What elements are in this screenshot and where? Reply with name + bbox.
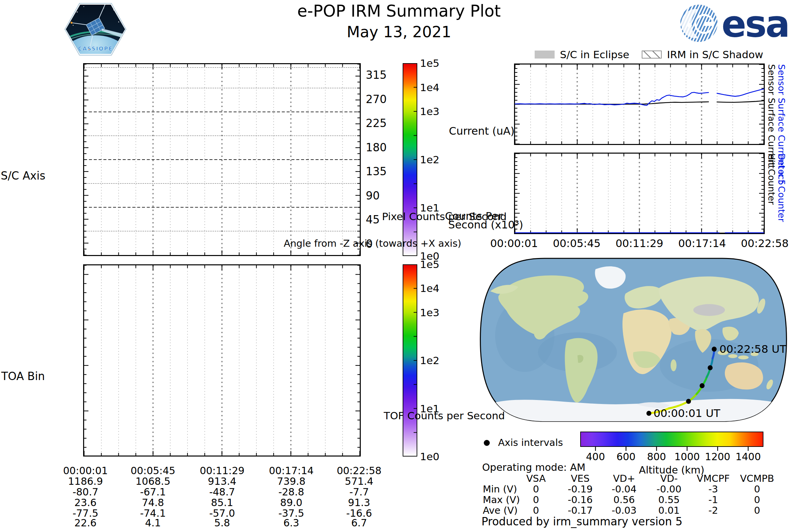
voltage-col-header: VMCPF (697, 474, 729, 483)
voltage-cell: 0 (533, 506, 539, 515)
altitude-tick-label: 600 (616, 452, 635, 462)
voltage-cell: -0.17 (568, 506, 592, 515)
right-xtick-label: 00:05:45 (553, 238, 601, 249)
voltage-cell: -0.04 (611, 484, 636, 494)
voltage-col-header: VD+ (613, 474, 635, 483)
right-xtick-label: 00:17:14 (678, 238, 726, 249)
voltage-col-header: VES (571, 474, 590, 483)
angle-tick-label: 0 (366, 238, 373, 250)
tof-cbar-tick-label: 1e5 (420, 259, 440, 270)
voltage-cell: 0 (754, 495, 760, 505)
shadow-legend-swatch (642, 51, 662, 58)
ephemeris-cell: -28.8 (278, 487, 304, 497)
voltage-cell: -2 (708, 506, 718, 515)
voltage-row-label: Ave (V) (483, 506, 518, 515)
voltage-row-label: Max (V) (483, 495, 520, 505)
shadow-legend-label: IRM in S/C Shadow (667, 49, 763, 60)
altitude-tick-label: 1000 (674, 452, 700, 462)
ephemeris-cell: 6.3 (283, 518, 299, 528)
right-xtick-label: 00:22:58 (741, 238, 789, 249)
world-map: 00:00:01 UT00:22:58 UT (477, 257, 790, 423)
esa-logo: esa (678, 3, 797, 44)
altitude-tick-label: 1200 (705, 452, 730, 462)
axis-intervals-label: Axis intervals (498, 438, 563, 448)
angle-tick-label: 225 (366, 118, 387, 129)
ephemeris-cell: 00:00:01 (63, 466, 108, 476)
sensor-surface-current-label: Sensor Surface Current (767, 64, 776, 169)
toa-plot (83, 264, 361, 457)
pixel-cbar-tick-label: 1e4 (420, 82, 440, 93)
voltage-cell: 0 (754, 506, 760, 515)
counts-ylabel-line2: Second (x10³) (448, 220, 523, 231)
altitude-colorbar (580, 432, 763, 447)
voltage-cell: 0 (533, 495, 539, 505)
altitude-tick-label: 800 (647, 452, 666, 462)
cassiope-logo: CASSIOPE (64, 2, 127, 57)
ephemeris-cell: 00:05:45 (131, 466, 175, 476)
ephemeris-cell: 1186.9 (68, 476, 103, 487)
voltage-col-header: VCMPB (740, 474, 774, 483)
voltage-col-header: VD- (660, 474, 678, 483)
ephemeris-cell: 00:17:14 (269, 466, 314, 476)
voltage-cell: -3 (708, 484, 718, 494)
tof-cbar-tick-label: 1e2 (420, 355, 440, 366)
ephemeris-cell: 571.4 (345, 476, 374, 487)
voltage-cell: -0.19 (568, 484, 592, 494)
ephemeris-cell: -80.7 (73, 487, 98, 497)
angle-tick-label: 45 (366, 214, 380, 226)
axis-interval-dot (711, 347, 717, 352)
voltage-cell: 0 (754, 484, 760, 494)
ephemeris-cell: 00:11:29 (200, 466, 245, 476)
voltage-cell: -1 (708, 495, 718, 505)
esa-wordmark: esa (722, 3, 789, 45)
ephemeris-cell: 1068.5 (136, 476, 171, 487)
axis-interval-dot (646, 411, 651, 416)
tof-cbar-tick-label: 1e0 (420, 451, 440, 462)
axis-interval-dot (686, 399, 691, 404)
page-title: e-POP IRM Summary Plot (297, 3, 501, 20)
ephemeris-cell: 91.3 (348, 497, 370, 508)
track-end-label: 00:22:58 UT (720, 343, 787, 356)
current-ylabel: Current (uA) (449, 126, 515, 137)
current-plot (514, 63, 765, 145)
voltage-cell: -0.03 (611, 506, 636, 515)
pixel-cbar-tick-label: 1e1 (420, 203, 440, 213)
ephemeris-cell: -48.7 (209, 487, 235, 497)
operating-mode: Operating mode: AM (482, 462, 586, 473)
angle-tick-label: 315 (366, 70, 387, 81)
hit-counter-label: Hit Counter (767, 153, 776, 205)
toa-ylabel: TOA Bin (1, 371, 45, 382)
voltage-cell: 0.56 (613, 495, 635, 505)
axis-interval-dot (700, 383, 705, 388)
axis-intervals-dot (482, 436, 495, 450)
eclipse-legend-label: S/C in Eclipse (560, 49, 629, 60)
voltage-cell: 0 (533, 484, 539, 494)
voltage-cell: 0.55 (658, 495, 680, 505)
ephemeris-cell: 85.1 (211, 497, 233, 508)
axis-interval-dot (707, 365, 712, 370)
pixel-cbar-tick-label: 1e3 (420, 106, 440, 117)
voltage-cell: -0.16 (568, 495, 592, 505)
angle-tick-label: 180 (366, 141, 387, 153)
ephemeris-cell: 23.6 (75, 497, 97, 508)
ephemeris-cell: 739.8 (277, 476, 306, 487)
voltage-cell: 0.01 (658, 506, 680, 515)
voltage-cell: -0.00 (657, 484, 681, 494)
ephemeris-cell: 5.8 (214, 518, 230, 528)
sc-axis-plot (83, 63, 361, 256)
angle-tick-label: 90 (366, 190, 380, 202)
counts-plot (514, 153, 765, 234)
tof-cbar-tick-label: 1e3 (420, 307, 440, 318)
cassiope-patch-graphic: CASSIOPE (64, 2, 127, 57)
altitude-tick-label: 1400 (736, 452, 761, 462)
world-map-graphic: 00:00:01 UT00:22:58 UT (477, 257, 790, 423)
ephemeris-cell: 4.1 (145, 518, 161, 528)
ephemeris-cell: 913.4 (208, 476, 236, 487)
cassiope-wordmark: CASSIOPE (78, 45, 113, 52)
pixel-cbar-tick-label: 1e5 (420, 58, 440, 69)
track-start-label: 00:00:01 UT (653, 407, 721, 420)
ephemeris-cell: 6.7 (351, 518, 367, 528)
page-date: May 13, 2021 (347, 24, 452, 40)
ephemeris-cell: 22.6 (75, 518, 97, 528)
ephemeris-cell: -67.1 (140, 487, 166, 497)
